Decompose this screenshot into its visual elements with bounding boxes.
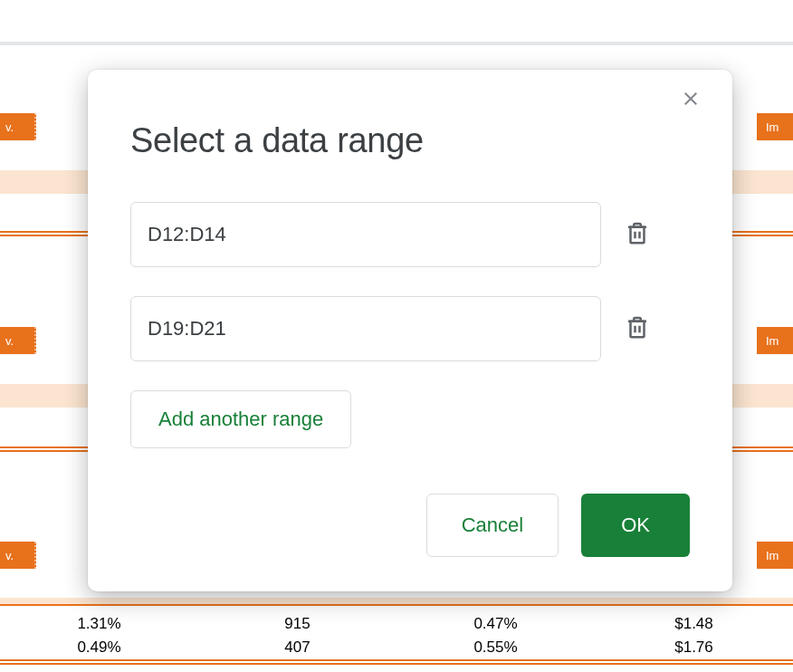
close-icon bbox=[680, 88, 702, 110]
select-data-range-dialog: Select a data range Add another range Ca… bbox=[88, 70, 732, 591]
dialog-title: Select a data range bbox=[130, 121, 690, 160]
table-row: 0.49% 407 0.55% $1.76 bbox=[0, 636, 793, 659]
bg-single-border bbox=[0, 604, 793, 606]
ok-button[interactable]: OK bbox=[581, 494, 690, 557]
cell: $1.76 bbox=[595, 638, 793, 657]
cancel-button[interactable]: Cancel bbox=[426, 494, 559, 557]
background-divider bbox=[0, 42, 793, 45]
delete-range-button[interactable] bbox=[624, 313, 654, 344]
cell: $1.48 bbox=[595, 615, 793, 633]
dialog-actions: Cancel OK bbox=[130, 494, 690, 557]
close-button[interactable] bbox=[680, 88, 707, 115]
trash-icon bbox=[624, 313, 651, 341]
bg-header-right-2: Im bbox=[757, 327, 793, 354]
range-input-2[interactable] bbox=[130, 296, 601, 361]
cell: 915 bbox=[198, 615, 396, 633]
table-row: 1.31% 915 0.47% $1.48 bbox=[0, 612, 793, 636]
trash-icon bbox=[624, 219, 651, 246]
bg-header-left-2: v. bbox=[0, 327, 36, 354]
range-input-1[interactable] bbox=[130, 202, 601, 267]
cell: 0.47% bbox=[396, 615, 595, 633]
bg-double-border-3 bbox=[0, 659, 793, 665]
bg-header-left: v. bbox=[0, 113, 36, 140]
bg-header-right: Im bbox=[757, 113, 793, 140]
cell: 1.31% bbox=[0, 615, 198, 633]
bg-header-right-3: Im bbox=[757, 542, 793, 569]
cell: 407 bbox=[198, 638, 396, 657]
cell: 0.49% bbox=[0, 638, 198, 657]
delete-range-button[interactable] bbox=[624, 219, 654, 250]
add-another-range-button[interactable]: Add another range bbox=[130, 390, 351, 448]
cell: 0.55% bbox=[396, 638, 595, 657]
bg-light-band-3 bbox=[0, 598, 793, 604]
bg-header-left-3: v. bbox=[0, 542, 36, 569]
range-row bbox=[130, 296, 690, 361]
range-row bbox=[130, 202, 690, 267]
